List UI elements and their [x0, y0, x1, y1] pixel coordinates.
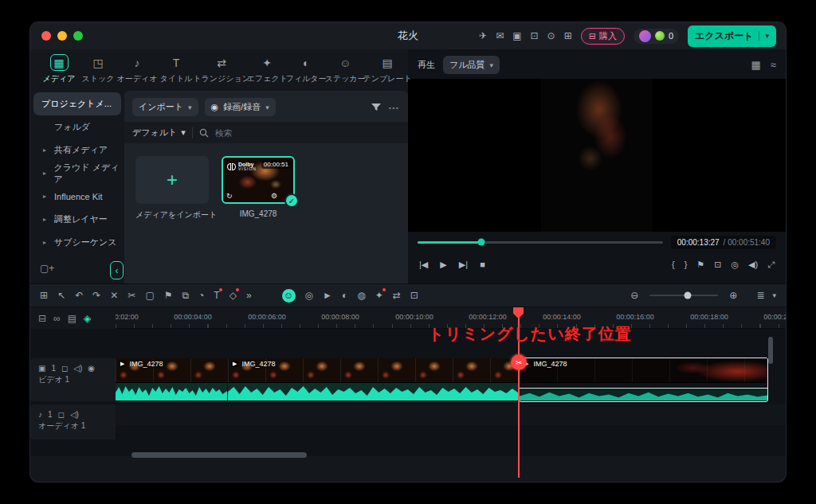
zoom-window-button[interactable]: [73, 31, 83, 41]
stop-button[interactable]: ■: [480, 260, 485, 269]
seek-bar[interactable]: [418, 241, 663, 244]
filter-funnel-icon[interactable]: [371, 103, 382, 112]
transition-tool-icon[interactable]: ⇄: [393, 290, 401, 301]
sidebar-item-subsequence[interactable]: ▸ サブシーケンス: [30, 231, 124, 254]
sidebar-item-shared-media[interactable]: ▸ 共有メディア: [30, 139, 124, 162]
zoom-out-icon[interactable]: ⊖: [630, 290, 638, 301]
timeline-clip[interactable]: ▶ IMG_4278: [228, 358, 518, 401]
more-tools-icon[interactable]: »: [246, 290, 252, 301]
undo-icon[interactable]: ↶: [75, 290, 83, 301]
close-window-button[interactable]: [41, 31, 51, 41]
timeline-clip-after-split[interactable]: ▶ IMG_4278: [520, 358, 767, 401]
clip-settings-icon[interactable]: ⚙: [271, 192, 277, 200]
track-height-icon[interactable]: ≣: [756, 290, 764, 301]
volume-icon[interactable]: ◀): [748, 260, 758, 270]
share-icon[interactable]: ✈: [479, 30, 487, 41]
display-mode-icon[interactable]: ⊡: [714, 260, 721, 270]
mark-in-icon[interactable]: {: [672, 260, 675, 269]
text-tool-icon[interactable]: T: [214, 290, 219, 301]
keyframe-icon[interactable]: ◇: [230, 290, 237, 301]
play-button[interactable]: ▶: [440, 260, 446, 270]
sidebar-item-folder[interactable]: フォルダ: [30, 115, 124, 139]
tab-filters[interactable]: ◐ フィルター: [290, 54, 322, 89]
copy-icon[interactable]: ⧉: [182, 290, 189, 301]
marker-tool-icon[interactable]: ⚑: [164, 290, 173, 301]
quality-dropdown[interactable]: フル品質 ▾: [443, 56, 500, 74]
tab-stock[interactable]: ◳ ストック: [82, 54, 114, 89]
snap-icon[interactable]: ◈: [84, 313, 91, 324]
zoom-slider-handle[interactable]: [684, 292, 691, 299]
chevron-down-icon[interactable]: ▾: [772, 291, 776, 299]
sidebar-item-influence-kit[interactable]: ▸ Influence Kit: [30, 185, 124, 208]
timeline-clip[interactable]: ▶ IMG_4278: [116, 358, 227, 401]
voiceover-icon[interactable]: ◍: [357, 290, 365, 301]
import-dropdown[interactable]: インポート ▾: [132, 98, 198, 116]
video-track-lane[interactable]: ▶ IMG_4278 ▶ IMG_4278: [116, 358, 786, 401]
save-icon[interactable]: ⊡: [531, 30, 539, 41]
mask-tool-icon[interactable]: ◐: [342, 290, 347, 301]
sidebar-item-project-media[interactable]: プロジェクトメ...: [33, 92, 121, 115]
scopes-icon[interactable]: ≈: [771, 59, 776, 71]
motion-track-icon[interactable]: ►: [323, 290, 332, 301]
sticker-emoji-tool-icon[interactable]: ☺: [282, 289, 296, 303]
split-view-icon[interactable]: ▦: [751, 59, 761, 71]
audio-track-header[interactable]: ♪ 1 ◻ ◁) オーディオ 1: [30, 404, 116, 440]
sidebar-item-cloud-media[interactable]: ▸ クラウド メディア: [30, 162, 124, 185]
account-coins[interactable]: 0: [634, 29, 679, 44]
split-scissors-icon[interactable]: ✂: [511, 354, 527, 370]
collection-dropdown[interactable]: デフォルト ▾: [132, 127, 186, 139]
marker-icon[interactable]: ⚑: [696, 260, 704, 270]
lock-icon[interactable]: ◻: [58, 410, 65, 419]
select-tool-icon[interactable]: ↖: [57, 290, 65, 301]
horizontal-scrollbar[interactable]: [131, 452, 307, 458]
link-clips-icon[interactable]: ∞: [53, 313, 61, 324]
tab-titles[interactable]: T タイトル: [160, 54, 192, 89]
lock-icon[interactable]: ◻: [61, 364, 68, 373]
tab-effects[interactable]: ✦ エフェクト: [251, 54, 283, 89]
fullscreen-icon[interactable]: ⤢: [767, 260, 775, 270]
feedback-icon[interactable]: ✉: [496, 30, 504, 41]
proxy-icon[interactable]: ↻: [226, 192, 233, 200]
device-icon[interactable]: ▣: [512, 30, 521, 41]
previous-frame-button[interactable]: |◀: [419, 260, 428, 270]
minimize-window-button[interactable]: [57, 31, 67, 41]
collapse-sidebar-button[interactable]: ‹: [110, 261, 124, 279]
new-folder-icon[interactable]: ▢+: [40, 263, 54, 274]
next-frame-button[interactable]: ▶|: [459, 260, 468, 270]
tab-audio[interactable]: ♪ オーディオ: [121, 54, 153, 89]
video-track-header[interactable]: ▣ 1 ◻ ◁) ◉ ビデオ 1: [30, 358, 116, 401]
notifications-icon[interactable]: ⊙: [547, 30, 555, 41]
export-button[interactable]: エクスポート ▾: [688, 25, 776, 47]
mark-out-icon[interactable]: }: [685, 260, 688, 269]
speed-icon[interactable]: ◔: [198, 290, 204, 301]
zoom-slider[interactable]: [649, 295, 718, 296]
apps-icon[interactable]: ⊞: [564, 30, 572, 41]
delete-icon[interactable]: ✕: [110, 290, 118, 301]
manage-tracks-icon[interactable]: ⊟: [38, 313, 46, 324]
vertical-scrollbar[interactable]: [768, 337, 773, 364]
tab-media[interactable]: ▦ メディア: [43, 54, 75, 89]
record-dropdown[interactable]: ◉ 録画/録音 ▾: [205, 98, 276, 116]
import-media-tile[interactable]: + メディアをインポート: [135, 156, 209, 221]
tab-stickers[interactable]: ☺ ステッカー: [329, 54, 361, 89]
import-tile-box[interactable]: +: [135, 156, 209, 204]
split-icon[interactable]: ✂: [128, 290, 135, 301]
clip-thumbnail[interactable]: Dolby VISION 00:00:51 ↻ ⚙ ✓: [222, 156, 295, 204]
tab-transitions[interactable]: ⇄ トランジション: [199, 54, 244, 89]
transform-tool-icon[interactable]: ⊡: [410, 290, 418, 301]
crop-icon[interactable]: ▢: [145, 290, 154, 301]
audio-track-lane[interactable]: [116, 404, 786, 425]
mute-icon[interactable]: ◁): [73, 364, 82, 373]
sidebar-item-adjustment-layer[interactable]: ▸ 調整レイヤー: [30, 208, 124, 231]
film-roll-icon[interactable]: ▤: [68, 313, 76, 324]
mute-icon[interactable]: ◁): [70, 410, 79, 419]
zoom-in-icon[interactable]: ⊕: [729, 290, 737, 301]
ai-tool-icon[interactable]: ✦: [375, 290, 383, 301]
eye-icon[interactable]: ◉: [88, 364, 95, 373]
more-options-icon[interactable]: ⋯: [388, 101, 400, 114]
tab-templates[interactable]: ▤ テンプレート: [368, 54, 406, 89]
preview-viewport[interactable]: [408, 79, 786, 232]
search-input[interactable]: [215, 128, 335, 138]
seek-handle[interactable]: [478, 239, 485, 246]
media-clip-tile[interactable]: Dolby VISION 00:00:51 ↻ ⚙ ✓ IMG_4278: [222, 156, 295, 218]
